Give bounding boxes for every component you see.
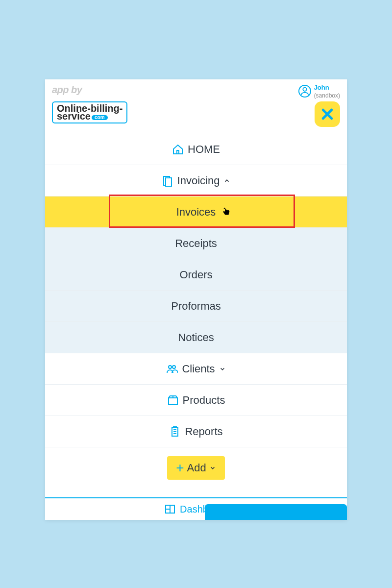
svg-rect-6 — [169, 398, 177, 405]
reports-icon — [169, 426, 181, 438]
add-button[interactable]: + Add — [167, 456, 225, 480]
chevron-down-icon — [209, 465, 216, 471]
chevron-down-icon — [219, 366, 226, 372]
nav-sub-notices[interactable]: Notices — [45, 322, 347, 353]
add-button-label: Add — [187, 462, 206, 474]
nav-sub-orders[interactable]: Orders — [45, 259, 347, 291]
nav-invoicing-label: Invoicing — [177, 174, 220, 187]
dashboard-icon — [164, 503, 176, 515]
nav-clients-label: Clients — [182, 363, 215, 375]
nav-invoicing[interactable]: Invoicing — [45, 165, 347, 196]
nav-sub-receipts[interactable]: Receipts — [45, 228, 347, 259]
clients-icon — [166, 363, 178, 375]
avatar-icon — [298, 85, 311, 98]
nav-sub-invoices[interactable]: Invoices — [45, 196, 347, 228]
user-block[interactable]: John (sandbox) — [298, 83, 340, 99]
nav-products-label: Products — [183, 394, 225, 407]
nav-clients[interactable]: Clients — [45, 353, 347, 385]
logo-badge: com — [92, 115, 108, 120]
bottom-bar[interactable]: Dashboard — [45, 497, 347, 520]
app-panel: app by John (sandbox) Online-billing- se… — [45, 79, 347, 520]
cursor-hand-icon — [221, 207, 231, 217]
user-sandbox: (sandbox) — [314, 92, 340, 99]
user-name: John — [314, 84, 329, 91]
svg-point-5 — [172, 366, 175, 368]
invoicing-icon — [162, 175, 173, 187]
nav-add-row: + Add — [45, 447, 347, 489]
nav-reports[interactable]: Reports — [45, 416, 347, 447]
svg-point-0 — [303, 88, 306, 91]
logo-row: Online-billing- servicecom — [45, 98, 347, 134]
nav-sub-invoices-label: Invoices — [176, 206, 216, 219]
header: app by John (sandbox) — [45, 79, 347, 98]
nav-products[interactable]: Products — [45, 385, 347, 416]
bottom-blue-strip — [205, 504, 347, 520]
nav-sub-proformas-label: Proformas — [171, 300, 220, 313]
nav-sub-orders-label: Orders — [179, 269, 212, 281]
nav-home-label: HOME — [188, 143, 220, 156]
nav-sub-notices-label: Notices — [178, 331, 214, 344]
home-icon — [172, 144, 184, 155]
logo-line2: service — [57, 111, 91, 122]
nav-sub-receipts-label: Receipts — [175, 237, 217, 250]
plus-icon: + — [176, 461, 184, 475]
svg-rect-3 — [166, 178, 172, 187]
nav-sub-proformas[interactable]: Proformas — [45, 291, 347, 322]
close-icon — [320, 107, 335, 122]
svg-rect-1 — [177, 150, 179, 154]
products-icon — [167, 394, 179, 406]
close-button[interactable] — [315, 101, 340, 127]
app-by-label: app by — [52, 84, 82, 95]
nav-home[interactable]: HOME — [45, 134, 347, 165]
chevron-up-icon — [223, 177, 230, 184]
svg-point-4 — [169, 366, 172, 368]
nav-reports-label: Reports — [185, 425, 222, 438]
user-text: John (sandbox) — [314, 83, 340, 99]
logo[interactable]: Online-billing- servicecom — [52, 101, 127, 123]
